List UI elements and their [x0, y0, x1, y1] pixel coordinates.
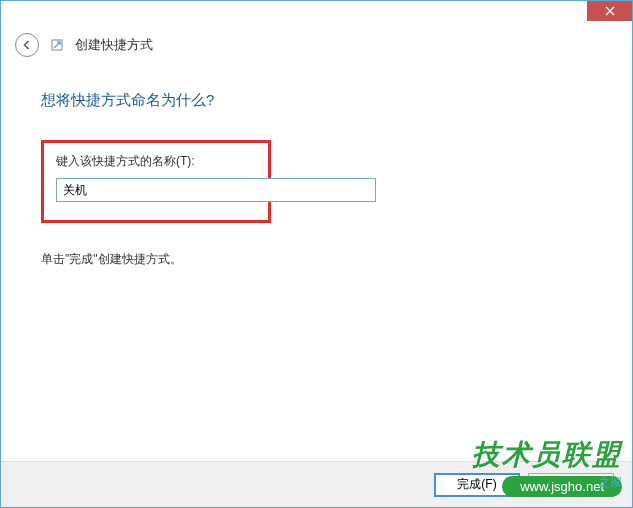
- back-button[interactable]: [15, 33, 39, 57]
- arrow-left-icon: [20, 38, 34, 52]
- shortcut-icon: [49, 37, 65, 53]
- shortcut-name-input[interactable]: [56, 178, 376, 202]
- finish-button[interactable]: 完成(F): [434, 473, 520, 497]
- highlight-box: 键入该快捷方式的名称(T):: [41, 140, 271, 223]
- footer: 完成(F) 取消: [1, 461, 632, 507]
- wizard-title: 创建快捷方式: [75, 36, 153, 54]
- instruction-text: 单击"完成"创建快捷方式。: [41, 251, 592, 268]
- name-field-label: 键入该快捷方式的名称(T):: [56, 153, 256, 170]
- header-row: 创建快捷方式: [1, 29, 632, 61]
- main-heading: 想将快捷方式命名为什么?: [41, 91, 592, 110]
- close-icon: [605, 6, 615, 16]
- titlebar: [1, 1, 632, 29]
- close-button[interactable]: [587, 1, 632, 21]
- cancel-button[interactable]: 取消: [528, 473, 614, 497]
- content-area: 想将快捷方式命名为什么? 键入该快捷方式的名称(T): 单击"完成"创建快捷方式…: [1, 61, 632, 268]
- wizard-window: 创建快捷方式 想将快捷方式命名为什么? 键入该快捷方式的名称(T): 单击"完成…: [0, 0, 633, 508]
